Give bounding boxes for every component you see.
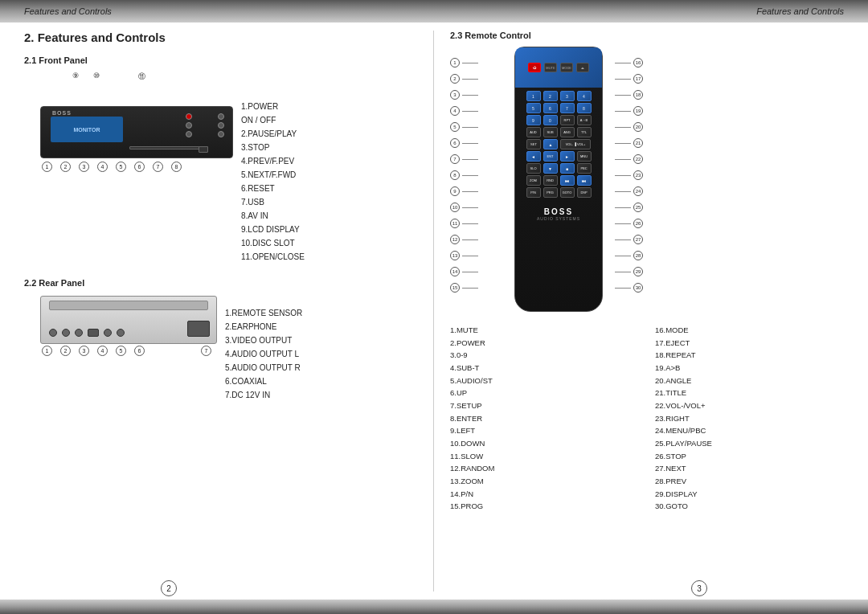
rear-panel-section: 2.2 Rear Panel: [24, 278, 417, 402]
rbtn-7: 7: [560, 103, 575, 113]
rc-26: 26.STOP: [655, 450, 844, 463]
remote-row-2: 5 6 7 8: [520, 103, 597, 113]
rbtn-audio: AUD: [526, 127, 541, 137]
rc-22: 22.VOL-/VOL+: [655, 399, 844, 412]
top-label-11: ⑪: [138, 72, 145, 82]
num-4: 4: [97, 162, 108, 172]
rbtn-menu: MNU: [577, 151, 592, 162]
brand-label: BOSS: [52, 110, 72, 116]
header-right: Features and Controls: [756, 6, 844, 16]
dc-connector: [187, 321, 210, 337]
fp-feature-10: 10.DISC SLOT: [241, 236, 417, 250]
rp-feature-3: 3.VIDEO OUTPUT: [225, 334, 417, 347]
rear-top-connector: [49, 301, 208, 310]
rc-23: 23.RIGHT: [655, 412, 844, 425]
rp-feature-5: 5.AUDIO OUTPUT R: [225, 361, 417, 375]
port-6: [117, 329, 125, 337]
port-3: [75, 329, 83, 337]
rbtn-random: RND: [543, 175, 558, 186]
mode-btn: MODE: [560, 63, 573, 72]
num-5: 5: [116, 162, 126, 172]
rl-10: 10: [450, 199, 478, 215]
side-btn-3: [218, 131, 224, 137]
side-buttons: [218, 113, 224, 137]
rl-15: 15: [450, 280, 478, 296]
rc-8: 8.ENTER: [450, 412, 639, 425]
lcd-display: MONITOR: [51, 117, 123, 142]
rc-14: 14.P/N: [450, 488, 639, 501]
header-left: Features and Controls: [24, 6, 112, 16]
rbtn-left: ◄: [526, 151, 541, 162]
rl-1: 1: [450, 55, 478, 71]
rc-5: 5.AUDIO/ST: [450, 375, 639, 387]
rp-feature-7: 7.DC 12V IN: [225, 388, 417, 402]
remote-row-6: ◄ ENT ► MNU: [520, 151, 597, 162]
rbtn-1: 1: [526, 91, 541, 101]
rr-16: 16: [615, 55, 643, 71]
fp-feature-3: 3.STOP: [241, 141, 417, 154]
rnum-7: 7: [201, 346, 211, 356]
num-7: 7: [153, 162, 163, 172]
fp-feature-8: 8.AV IN: [241, 209, 417, 223]
remote-row-8: ZOM RND ⏮ ⏭: [520, 175, 597, 186]
front-panel-subtitle: 2.1 Front Panel: [24, 55, 417, 65]
rc-2: 2.POWER: [450, 337, 639, 350]
rnum-1: 1: [42, 346, 52, 356]
page-content: 2. Features and Controls 2.1 Front Panel…: [0, 23, 868, 600]
rbtn-stop: ■: [560, 163, 575, 174]
rc-10: 10.DOWN: [450, 437, 639, 450]
remote-body: ⏻ MUTE MODE ⏏ 1 2 3 4: [514, 47, 603, 312]
rc-1: 1.MUTE: [450, 324, 639, 337]
rnum-6: 6: [134, 346, 145, 356]
fp-feature-6: 6.RESET: [241, 182, 417, 195]
rbtn-0: 0: [543, 115, 558, 125]
remote-right-labels: 16 17 18 19 20 21 22 23 24 25 26 27 28 2…: [615, 55, 643, 312]
rl-12: 12: [450, 231, 478, 248]
rc-20: 20.ANGLE: [655, 375, 844, 387]
rc-29: 29.DISPLAY: [655, 488, 844, 501]
rbtn-vol: VOL- ▐ VOL+: [560, 139, 591, 149]
fp-feature-11: 11.OPEN/CLOSE: [241, 250, 417, 264]
rr-28: 28: [615, 248, 643, 264]
rear-panel-image: [40, 296, 217, 344]
eject-btn: ⏏: [576, 63, 589, 72]
rc-7: 7.SETUP: [450, 399, 639, 412]
page-num-left: 2: [161, 580, 177, 596]
remote-row-9: P/N PRG GOTO DSP: [520, 187, 597, 198]
front-panel-section: 2.1 Front Panel ⑨ ⑩ ⑪ BOSS MONITOR: [24, 55, 417, 264]
rbtn-3: 3: [560, 91, 575, 101]
rnum-5: 5: [116, 346, 126, 356]
rbtn-repeat: RPT: [560, 115, 575, 125]
rear-panel-features: 1.REMOTE SENSOR 2.EARPHONE 3.VIDEO OUTPU…: [225, 306, 417, 402]
rbtn-enter: ENT: [543, 151, 558, 162]
front-panel-top-labels: ⑨ ⑩ ⑪: [72, 72, 417, 82]
rbtn-disp: DSP: [577, 187, 592, 198]
rc-18: 18.REPEAT: [655, 349, 844, 362]
remote-container: 1 2 3 4 5 6 7 8 9 10 11 12 13 14 15: [450, 47, 844, 312]
fp-feature-1b: ON / OFF: [241, 113, 417, 127]
rc-15: 15.PROG: [450, 500, 639, 513]
legend-col1: 1.MUTE 2.POWER 3.0-9 4.SUB-T 5.AUDIO/ST …: [450, 324, 639, 513]
remote-row-3: 9 0 RPT A→B: [520, 115, 597, 125]
left-column: 2. Features and Controls 2.1 Front Panel…: [24, 31, 434, 591]
section-title: 2. Features and Controls: [24, 31, 417, 47]
rbtn-slow: SLO: [526, 163, 541, 174]
rnum-3: 3: [79, 346, 89, 356]
rl-9: 9: [450, 183, 478, 199]
rc-17: 17.EJECT: [655, 337, 844, 350]
rbtn-4: 4: [577, 91, 592, 101]
right-column: 2.3 Remote Control 1 2 3 4 5 6 7 8 9 10 …: [434, 31, 844, 591]
rp-feature-6: 6.COAXIAL: [225, 375, 417, 388]
rc-3: 3.0-9: [450, 349, 639, 362]
power-button: [186, 113, 192, 120]
rp-feature-4: 4.AUDIO OUTPUT L: [225, 347, 417, 361]
rp-feature-1: 1.REMOTE SENSOR: [225, 306, 417, 320]
rbtn-next-track: ⏭: [577, 175, 592, 186]
rbtn-play: ►: [560, 151, 575, 162]
rl-11: 11: [450, 215, 478, 231]
remote-left-labels: 1 2 3 4 5 6 7 8 9 10 11 12 13 14 15: [450, 55, 478, 312]
rc-27: 27.NEXT: [655, 462, 844, 475]
remote-brand-text: BOSS: [515, 207, 602, 216]
rbtn-ang: ANG: [560, 127, 575, 137]
rr-22: 22: [615, 151, 643, 167]
